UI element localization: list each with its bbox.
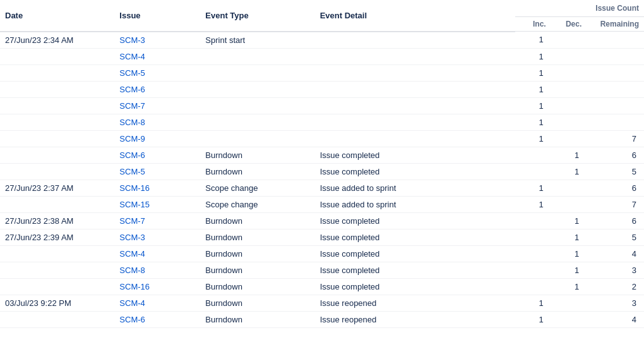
cell-event-detail [315,32,515,49]
cell-event-type [200,114,314,130]
cell-event-type: Burndown [200,278,314,295]
issue-link[interactable]: SCM-7 [119,101,145,111]
issue-link[interactable]: SCM-5 [119,167,145,176]
cell-event-detail: Issue completed [315,163,515,180]
cell-date [0,278,114,295]
col-header-dec: Dec. [551,17,587,32]
cell-issue[interactable]: SCM-4 [114,48,200,64]
issue-link[interactable]: SCM-4 [119,52,145,61]
cell-date: 27/Jun/23 2:37 AM [0,180,114,196]
issue-link[interactable]: SCM-3 [119,35,145,45]
cell-remaining: 2 [587,278,644,295]
issue-link[interactable]: SCM-5 [119,68,145,78]
cell-inc [515,278,551,295]
cell-inc: 1 [515,295,551,311]
cell-issue[interactable]: SCM-6 [114,147,200,163]
cell-dec [551,64,587,81]
cell-issue[interactable]: SCM-4 [114,245,200,262]
table-row: 27/Jun/23 2:39 AMSCM-3BurndownIssue comp… [0,229,644,245]
table-container: Date Issue Event Type Event Detail Issue… [0,0,644,328]
cell-issue[interactable]: SCM-5 [114,163,200,180]
cell-remaining: 5 [587,163,644,180]
cell-date [0,196,114,212]
cell-issue[interactable]: SCM-16 [114,278,200,295]
col-header-issue: Issue [114,0,200,32]
cell-remaining [587,81,644,97]
table-row: SCM-61 [0,81,644,97]
table-row: SCM-6BurndownIssue completed16 [0,147,644,163]
cell-dec [551,97,587,114]
issue-link[interactable]: SCM-6 [119,150,145,160]
cell-event-type: Scope change [200,196,314,212]
cell-issue[interactable]: SCM-5 [114,64,200,81]
table-row: SCM-8BurndownIssue completed13 [0,262,644,278]
cell-issue[interactable]: SCM-15 [114,196,200,212]
cell-inc [515,229,551,245]
cell-event-type: Burndown [200,245,314,262]
cell-issue[interactable]: SCM-7 [114,212,200,229]
cell-remaining: 5 [587,229,644,245]
table-row: 27/Jun/23 2:37 AMSCM-16Scope changeIssue… [0,180,644,196]
cell-event-type: Burndown [200,163,314,180]
cell-event-detail: Issue added to sprint [315,196,515,212]
issue-link[interactable]: SCM-4 [119,249,145,259]
cell-issue[interactable]: SCM-7 [114,97,200,114]
issue-link[interactable]: SCM-9 [119,134,145,144]
cell-event-type: Burndown [200,212,314,229]
table-row: 27/Jun/23 2:38 AMSCM-7BurndownIssue comp… [0,212,644,229]
cell-dec [551,311,587,327]
cell-event-detail: Issue added to sprint [315,180,515,196]
issue-link[interactable]: SCM-3 [119,233,145,242]
cell-inc: 1 [515,81,551,97]
cell-dec [551,196,587,212]
issue-link[interactable]: SCM-8 [119,266,145,275]
cell-issue[interactable]: SCM-6 [114,81,200,97]
issue-link[interactable]: SCM-15 [119,200,150,209]
table-row: SCM-917 [0,130,644,147]
col-header-date: Date [0,0,114,32]
col-header-issue-count: Issue Count [515,0,644,17]
cell-issue[interactable]: SCM-8 [114,114,200,130]
cell-remaining: 4 [587,245,644,262]
cell-dec: 1 [551,262,587,278]
table-row: SCM-71 [0,97,644,114]
cell-inc [515,163,551,180]
col-header-event-type: Event Type [200,0,314,32]
cell-issue[interactable]: SCM-6 [114,311,200,327]
cell-remaining [587,97,644,114]
cell-date [0,311,114,327]
cell-dec: 1 [551,245,587,262]
cell-event-type: Burndown [200,295,314,311]
cell-dec: 1 [551,278,587,295]
issue-link[interactable]: SCM-8 [119,118,145,127]
cell-dec [551,180,587,196]
cell-issue[interactable]: SCM-16 [114,180,200,196]
issue-link[interactable]: SCM-6 [119,85,145,94]
cell-event-detail [315,130,515,147]
cell-inc [515,245,551,262]
cell-issue[interactable]: SCM-3 [114,32,200,49]
table-row: SCM-41 [0,48,644,64]
table-row: SCM-81 [0,114,644,130]
cell-event-detail [315,48,515,64]
table-row: SCM-16BurndownIssue completed12 [0,278,644,295]
issue-link[interactable]: SCM-16 [119,282,150,291]
cell-event-type: Sprint start [200,32,314,49]
cell-issue[interactable]: SCM-4 [114,295,200,311]
cell-event-detail: Issue reopened [315,295,515,311]
cell-remaining: 4 [587,311,644,327]
cell-issue[interactable]: SCM-3 [114,229,200,245]
cell-dec: 1 [551,163,587,180]
issue-link[interactable]: SCM-7 [119,216,145,226]
cell-date: 27/Jun/23 2:39 AM [0,229,114,245]
cell-date: 27/Jun/23 2:34 AM [0,32,114,49]
cell-issue[interactable]: SCM-8 [114,262,200,278]
cell-date [0,97,114,114]
cell-event-type: Burndown [200,262,314,278]
cell-date [0,245,114,262]
cell-remaining: 6 [587,180,644,196]
cell-issue[interactable]: SCM-9 [114,130,200,147]
issue-link[interactable]: SCM-4 [119,298,145,308]
issue-link[interactable]: SCM-6 [119,315,145,324]
issue-link[interactable]: SCM-16 [119,183,150,193]
